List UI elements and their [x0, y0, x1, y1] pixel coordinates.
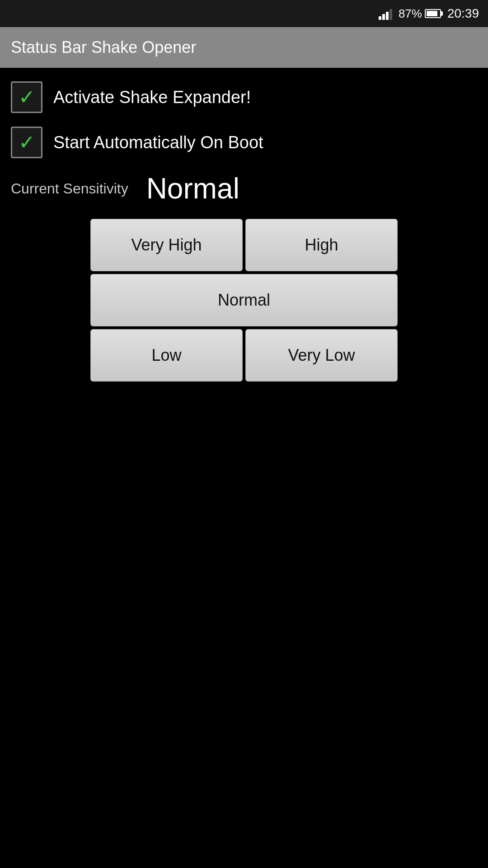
low-button[interactable]: Low	[90, 329, 243, 382]
battery-icon	[425, 9, 441, 18]
battery-container: 87%	[399, 7, 441, 21]
start-on-boot-row: ✓ Start Automatically On Boot	[11, 127, 477, 158]
signal-bar-2	[382, 14, 385, 20]
activate-shake-checkmark: ✓	[19, 87, 35, 107]
status-time: 20:39	[447, 6, 479, 21]
signal-bar-3	[386, 12, 389, 20]
sensitivity-label: Current Sensitivity	[11, 180, 128, 197]
very-high-button[interactable]: Very High	[90, 219, 243, 271]
start-on-boot-label: Start Automatically On Boot	[53, 133, 263, 152]
battery-percent: 87%	[399, 7, 422, 21]
sensitivity-section: Current Sensitivity Normal Very High Hig…	[11, 172, 477, 382]
app-title: Status Bar Shake Opener	[11, 38, 196, 57]
start-on-boot-checkbox[interactable]: ✓	[11, 127, 42, 158]
activate-shake-checkbox[interactable]: ✓	[11, 81, 42, 113]
signal-bar-4	[389, 9, 392, 20]
sensitivity-current-value: Normal	[146, 172, 239, 205]
activate-shake-row: ✓ Activate Shake Expander!	[11, 81, 477, 113]
sensitivity-header: Current Sensitivity Normal	[11, 172, 477, 205]
signal-icon	[379, 7, 392, 20]
status-bar-right: 87% 20:39	[379, 6, 479, 21]
main-content: ✓ Activate Shake Expander! ✓ Start Autom…	[0, 68, 488, 395]
battery-fill	[427, 11, 437, 16]
title-bar: Status Bar Shake Opener	[0, 27, 488, 68]
high-button[interactable]: High	[245, 219, 398, 271]
start-on-boot-checkmark: ✓	[19, 132, 35, 152]
status-bar: 87% 20:39	[0, 0, 488, 27]
very-low-button[interactable]: Very Low	[245, 329, 398, 382]
signal-bar-1	[379, 16, 381, 20]
normal-button[interactable]: Normal	[90, 274, 398, 326]
activate-shake-label: Activate Shake Expander!	[53, 88, 251, 107]
sensitivity-grid: Very High High Normal Low Very Low	[90, 219, 398, 382]
